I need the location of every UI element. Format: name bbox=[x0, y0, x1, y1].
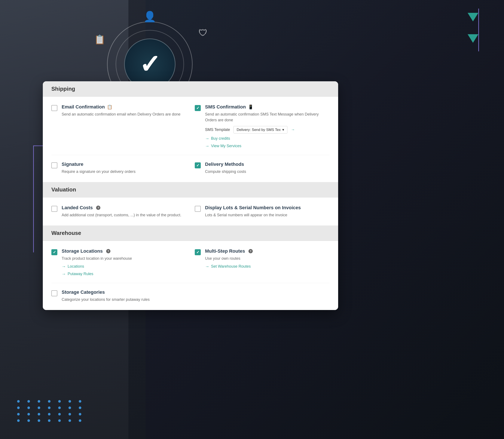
teal-connector-line bbox=[478, 9, 479, 51]
display-lots-title: Display Lots & Serial Numbers on Invoice… bbox=[205, 205, 301, 210]
warehouse-section-content: Storage Locations ? Track product locati… bbox=[43, 241, 338, 310]
shipping-section-header: Shipping bbox=[43, 81, 338, 97]
dot bbox=[38, 400, 40, 403]
dot bbox=[69, 413, 71, 415]
landed-costs-option: Landed Costs ? Add additional cost (tran… bbox=[51, 205, 186, 218]
dot bbox=[48, 406, 50, 409]
dot bbox=[69, 419, 71, 422]
warehouse-label: Warehouse bbox=[51, 230, 81, 236]
valuation-section-content: Landed Costs ? Add additional cost (tran… bbox=[43, 197, 338, 225]
signature-label: Signature bbox=[62, 161, 135, 167]
set-warehouse-routes-label: Set Warehouse Routes bbox=[211, 264, 251, 269]
clipboard-icon: 📋 bbox=[94, 34, 105, 45]
storage-categories-label: Storage Categories bbox=[62, 290, 150, 295]
landed-costs-help-icon[interactable]: ? bbox=[96, 206, 100, 210]
settings-panel: Shipping Email Confirmation 📋 Send an au… bbox=[43, 81, 338, 310]
putaway-rules-label: Putaway Rules bbox=[68, 272, 93, 276]
storage-locations-label-row: Storage Locations ? bbox=[62, 248, 132, 254]
sms-template-row: SMS Template Delivery: Send by SMS Tex ▾… bbox=[205, 126, 330, 134]
sms-confirmation-desc: Send an automatic confirmation SMS Text … bbox=[205, 111, 330, 123]
warehouse-section-header: Warehouse bbox=[43, 225, 338, 241]
dot bbox=[79, 419, 81, 422]
dot bbox=[17, 413, 20, 415]
sms-template-select[interactable]: Delivery: Send by SMS Tex ▾ bbox=[234, 126, 288, 134]
dot bbox=[27, 419, 30, 422]
storage-locations-help-icon[interactable]: ? bbox=[106, 249, 111, 253]
storage-locations-title: Storage Locations bbox=[62, 248, 103, 254]
storage-categories-desc: Categorize your locations for smarter pu… bbox=[62, 297, 150, 303]
signature-checkbox[interactable] bbox=[51, 162, 57, 168]
buy-credits-link[interactable]: → Buy credits bbox=[205, 136, 330, 141]
display-lots-checkbox[interactable] bbox=[195, 206, 201, 212]
warehouse-options-grid: Storage Locations ? Track product locati… bbox=[51, 248, 330, 276]
sms-confirmation-option: SMS Confirmation 📱 Send an automatic con… bbox=[195, 104, 330, 148]
dot bbox=[27, 413, 30, 415]
checkmark-icon: ✓ bbox=[139, 49, 161, 79]
storage-locations-desc: Track product location in your warehouse bbox=[62, 256, 132, 261]
dot bbox=[27, 400, 30, 403]
shipping-options-grid-2: Signature Require a signature on your de… bbox=[51, 161, 330, 175]
sms-confirmation-checkbox[interactable] bbox=[195, 105, 201, 111]
storage-categories-checkbox[interactable] bbox=[51, 290, 57, 296]
signature-title: Signature bbox=[62, 161, 83, 167]
dot bbox=[69, 406, 71, 409]
view-services-arrow-icon: → bbox=[205, 144, 209, 148]
dot bbox=[58, 413, 61, 415]
shield-icon: 🛡 bbox=[199, 28, 208, 38]
email-confirmation-title: Email Confirmation bbox=[62, 104, 105, 110]
multi-step-routes-help-icon[interactable]: ? bbox=[248, 249, 253, 253]
view-my-services-label: View My Services bbox=[211, 144, 241, 148]
dot bbox=[17, 406, 20, 409]
shipping-section-content: Email Confirmation 📋 Send an automatic c… bbox=[43, 97, 338, 182]
dot bbox=[38, 413, 40, 415]
dots-decoration bbox=[17, 400, 85, 422]
delivery-methods-title: Delivery Methods bbox=[205, 161, 244, 167]
locations-arrow-icon: → bbox=[62, 264, 66, 269]
purple-curve bbox=[33, 146, 34, 252]
storage-categories-title: Storage Categories bbox=[62, 290, 105, 295]
valuation-label: Valuation bbox=[51, 186, 76, 193]
multi-step-routes-desc: Use your own routes bbox=[205, 256, 253, 261]
sms-confirmation-title: SMS Confirmation bbox=[205, 104, 246, 110]
email-confirmation-checkbox[interactable] bbox=[51, 105, 57, 111]
delivery-methods-label: Delivery Methods bbox=[205, 161, 246, 167]
email-confirmation-desc: Send an automatic confirmation email whe… bbox=[62, 111, 180, 117]
sms-confirmation-content: SMS Confirmation 📱 Send an automatic con… bbox=[205, 104, 330, 148]
display-lots-desc: Lots & Serial numbers will appear on the… bbox=[205, 212, 301, 218]
dot bbox=[27, 406, 30, 409]
dropdown-chevron-icon: ▾ bbox=[282, 127, 284, 132]
storage-locations-option: Storage Locations ? Track product locati… bbox=[51, 248, 186, 276]
dot bbox=[48, 400, 50, 403]
signature-option: Signature Require a signature on your de… bbox=[51, 161, 186, 175]
delivery-methods-checkbox[interactable] bbox=[195, 162, 201, 168]
putaway-rules-link[interactable]: → Putaway Rules bbox=[62, 271, 132, 276]
set-routes-arrow-icon: → bbox=[205, 264, 209, 269]
dot bbox=[38, 406, 40, 409]
dot bbox=[17, 400, 20, 403]
signature-desc: Require a signature on your delivery ord… bbox=[62, 169, 135, 175]
storage-categories-content: Storage Categories Categorize your locat… bbox=[62, 290, 150, 303]
view-my-services-link[interactable]: → View My Services bbox=[205, 144, 330, 148]
dot bbox=[69, 400, 71, 403]
dot bbox=[48, 419, 50, 422]
sms-template-arrow-icon[interactable]: → bbox=[291, 127, 295, 132]
sms-icon: 📱 bbox=[248, 104, 253, 110]
shipping-divider bbox=[51, 155, 330, 155]
sms-confirmation-label-row: SMS Confirmation 📱 bbox=[205, 104, 330, 110]
multi-step-routes-checkbox[interactable] bbox=[195, 249, 201, 255]
locations-link[interactable]: → Locations bbox=[62, 264, 132, 269]
dot bbox=[79, 400, 81, 403]
dot bbox=[58, 419, 61, 422]
teal-arrow-1 bbox=[468, 13, 478, 21]
display-lots-option: Display Lots & Serial Numbers on Invoice… bbox=[195, 205, 330, 218]
landed-costs-checkbox[interactable] bbox=[51, 206, 57, 212]
display-lots-label: Display Lots & Serial Numbers on Invoice… bbox=[205, 205, 301, 210]
buy-credits-label: Buy credits bbox=[211, 136, 230, 141]
landed-costs-title: Landed Costs bbox=[62, 205, 93, 210]
delivery-methods-desc: Compute shipping costs bbox=[205, 169, 246, 175]
set-warehouse-routes-link[interactable]: → Set Warehouse Routes bbox=[205, 264, 253, 269]
storage-locations-checkbox[interactable] bbox=[51, 249, 57, 255]
locations-label: Locations bbox=[68, 264, 84, 269]
person-icon: 👤 bbox=[143, 11, 156, 23]
shipping-options-grid: Email Confirmation 📋 Send an automatic c… bbox=[51, 104, 330, 148]
